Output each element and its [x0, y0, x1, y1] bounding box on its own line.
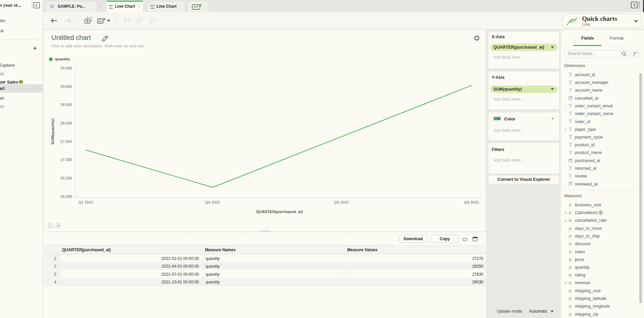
- svg-text:29,500: 29,500: [60, 66, 72, 70]
- svg-text:Q4 2021: Q4 2021: [464, 200, 479, 204]
- svg-text:Q3 2021: Q3 2021: [334, 200, 349, 204]
- svg-text:27,000: 27,000: [60, 158, 72, 162]
- svg-text:Q1 2021: Q1 2021: [78, 200, 93, 204]
- svg-text:28,500: 28,500: [60, 103, 72, 107]
- svg-text:SUM(quantity): SUM(quantity): [51, 118, 55, 145]
- svg-text:29,000: 29,000: [60, 85, 72, 89]
- svg-text:26,000: 26,000: [60, 195, 72, 199]
- svg-text:QUARTER(purchased_at): QUARTER(purchased_at): [256, 210, 303, 214]
- svg-text:26,500: 26,500: [60, 176, 72, 180]
- svg-text:Q2 2021: Q2 2021: [205, 200, 220, 204]
- svg-text:28,000: 28,000: [60, 121, 72, 125]
- svg-text:27,500: 27,500: [60, 140, 72, 144]
